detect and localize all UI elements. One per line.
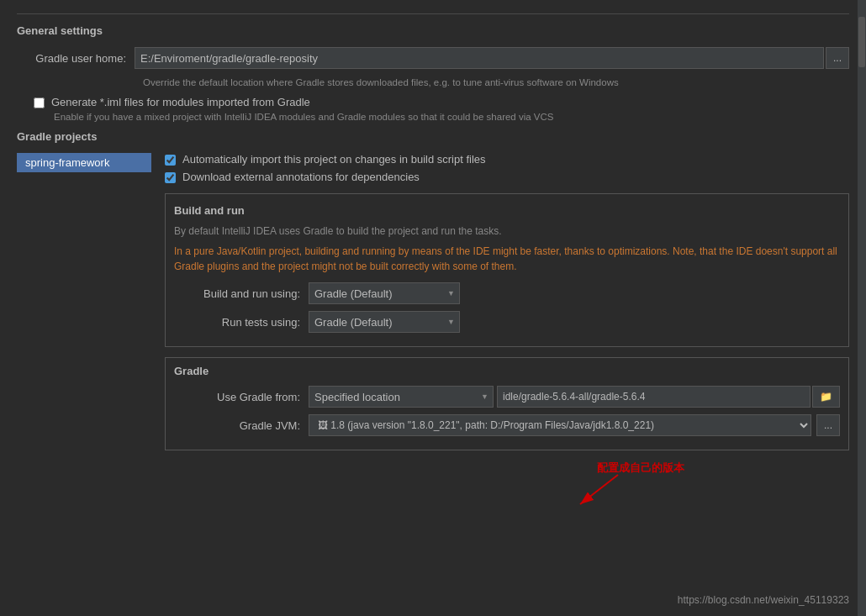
- gradle-projects-section: Gradle projects spring-framework Automat…: [17, 130, 849, 457]
- gradle-jvm-browse-button[interactable]: ...: [816, 414, 840, 436]
- gradle-section: Gradle Use Gradle from: Specified locati…: [165, 357, 849, 450]
- annotation-arrow: [572, 471, 622, 513]
- gradle-jvm-select[interactable]: 🖼 1.8 (java version "1.8.0_221", path: D…: [309, 414, 811, 436]
- scrollbar-thumb: [858, 17, 865, 67]
- scrollbar[interactable]: [858, 0, 866, 616]
- projects-layout: spring-framework Automatically import th…: [17, 153, 849, 457]
- use-gradle-from-label: Use Gradle from:: [174, 391, 309, 403]
- build-run-hint1: By default IntelliJ IDEA uses Gradle to …: [174, 224, 840, 239]
- gradle-user-home-input[interactable]: [135, 47, 824, 69]
- generate-iml-label: Generate *.iml files for modules importe…: [51, 96, 310, 108]
- gradle-path-browse-button[interactable]: 📁: [812, 386, 840, 408]
- gradle-projects-title: Gradle projects: [17, 130, 849, 143]
- gradle-jvm-row: Gradle JVM: 🖼 1.8 (java version "1.8.0_2…: [174, 414, 840, 436]
- gradle-user-home-browse-button[interactable]: ...: [826, 47, 849, 69]
- run-tests-using-label: Run tests using:: [174, 316, 309, 329]
- folder-icon: 📁: [820, 391, 832, 403]
- download-annotations-label: Download external annotations for depend…: [182, 171, 420, 183]
- build-run-using-select[interactable]: Gradle (Default): [309, 282, 460, 304]
- run-tests-using-row: Run tests using: Gradle (Default): [174, 311, 840, 333]
- download-annotations-row: Download external annotations for depend…: [165, 171, 849, 183]
- gradle-user-home-row: Gradle user home: ...: [17, 47, 849, 69]
- download-annotations-checkbox[interactable]: [165, 172, 176, 183]
- build-run-using-dropdown-wrapper: Gradle (Default): [309, 282, 460, 304]
- project-item-spring-framework[interactable]: spring-framework: [17, 153, 151, 172]
- gradle-jvm-label: Gradle JVM:: [174, 419, 309, 432]
- auto-import-label: Automatically import this project on cha…: [182, 153, 486, 166]
- gradle-user-home-label: Gradle user home:: [17, 52, 135, 65]
- auto-import-checkbox[interactable]: [165, 155, 176, 166]
- build-run-using-row: Build and run using: Gradle (Default): [174, 282, 840, 304]
- build-run-using-label: Build and run using:: [174, 287, 309, 300]
- build-run-hint2: In a pure Java/Kotlin project, building …: [174, 244, 840, 274]
- svg-line-1: [580, 475, 618, 504]
- build-and-run-title: Build and run: [174, 204, 840, 217]
- gradle-section-title: Gradle: [174, 365, 840, 377]
- gradle-path-input[interactable]: [497, 386, 811, 408]
- run-tests-using-select[interactable]: Gradle (Default): [309, 311, 460, 333]
- top-divider: [17, 13, 849, 14]
- use-gradle-from-select[interactable]: Specified location: [309, 386, 494, 408]
- generate-iml-checkbox[interactable]: [34, 97, 45, 108]
- use-gradle-from-row: Use Gradle from: Specified location 📁: [174, 386, 840, 408]
- build-and-run-section: Build and run By default IntelliJ IDEA u…: [165, 193, 849, 347]
- footer-url: https://blog.csdn.net/weixin_45119323: [678, 594, 849, 606]
- project-list: spring-framework: [17, 153, 151, 457]
- generate-iml-hint: Enable if you have a mixed project with …: [54, 112, 849, 122]
- general-settings-section: General settings Gradle user home: ... O…: [17, 24, 849, 122]
- run-tests-using-dropdown-wrapper: Gradle (Default): [309, 311, 460, 333]
- general-settings-title: General settings: [17, 24, 849, 37]
- gradle-user-home-hint: Override the default location where Grad…: [143, 76, 849, 89]
- project-settings-panel: Automatically import this project on cha…: [151, 153, 849, 457]
- use-gradle-from-dropdown-wrapper: Specified location: [309, 386, 494, 408]
- generate-iml-row: Generate *.iml files for modules importe…: [34, 96, 849, 108]
- auto-import-row: Automatically import this project on cha…: [165, 153, 849, 166]
